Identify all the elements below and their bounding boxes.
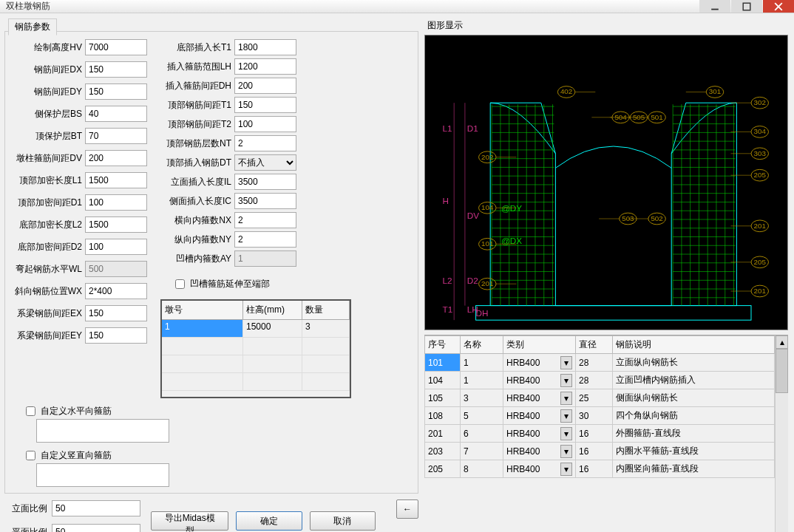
- chevron-down-icon[interactable]: ▾: [560, 445, 572, 458]
- param-input-0[interactable]: [85, 39, 147, 55]
- param-input-13[interactable]: [85, 327, 147, 344]
- chevron-down-icon[interactable]: ▾: [560, 427, 572, 440]
- table-scrollbar[interactable]: ▴ ▾: [775, 335, 788, 532]
- export-midas-button[interactable]: 导出Midas模型: [151, 511, 228, 531]
- param-input-9[interactable]: [85, 239, 147, 255]
- svg-rect-1: [743, 3, 750, 10]
- plan-scale-input[interactable]: [52, 524, 140, 532]
- param-label: 插入箍筋间距DH: [160, 80, 234, 92]
- chevron-down-icon[interactable]: ▾: [560, 356, 572, 369]
- window-title: 双柱墩钢筋: [6, 0, 699, 13]
- params-panel: 钢筋参数 绘制高度HV钢筋间距DX钢筋间距DY侧保护层BS顶保护层BT墩柱箍筋间…: [4, 31, 418, 494]
- chevron-down-icon[interactable]: ▾: [560, 409, 572, 423]
- graph-canvas[interactable]: L1D1 HDV L2D2 T1LHDH @DY@DX 402504505501…: [424, 35, 788, 330]
- chevron-down-icon[interactable]: ▾: [560, 374, 572, 387]
- param-input-r4[interactable]: [234, 116, 296, 132]
- param-input-r9[interactable]: [234, 212, 296, 228]
- pier-col-no: 墩号: [162, 301, 243, 319]
- param-label: 侧保护层BS: [11, 108, 85, 120]
- rebar-table[interactable]: 序号 名称 类别 直径 钢筋说明 1011HRB400▾28立面纵向钢筋长104…: [424, 335, 788, 532]
- tab-params[interactable]: 钢筋参数: [8, 18, 57, 35]
- param-input-10[interactable]: [85, 261, 147, 277]
- table-row[interactable]: 2016HRB400▾16外圈箍筋-直线段: [425, 425, 775, 443]
- table-row[interactable]: 1053HRB400▾25侧面纵向钢筋长: [425, 389, 775, 407]
- custom-v-label: 自定义竖直向箍筋: [41, 449, 112, 462]
- param-label: 钢筋间距DY: [11, 86, 85, 98]
- param-input-r10[interactable]: [234, 231, 296, 248]
- type-combo[interactable]: HRB400▾: [506, 409, 572, 423]
- groove-ext-checkbox[interactable]: [175, 279, 185, 289]
- param-input-1[interactable]: [85, 61, 147, 78]
- col-desc: 钢筋说明: [613, 336, 775, 354]
- param-input-4[interactable]: [85, 128, 147, 144]
- param-input-3[interactable]: [85, 106, 147, 122]
- param-input-12[interactable]: [85, 305, 147, 321]
- svg-text:205: 205: [754, 258, 767, 266]
- svg-rect-4: [476, 306, 751, 321]
- back-arrow-button[interactable]: ←: [396, 499, 418, 519]
- param-label: 绘制高度HV: [11, 41, 85, 54]
- custom-h-input[interactable]: [36, 419, 169, 443]
- param-input-r2[interactable]: [234, 78, 296, 94]
- svg-text:201: 201: [754, 287, 766, 295]
- svg-text:202: 202: [481, 153, 493, 161]
- svg-text:DV: DV: [467, 211, 479, 220]
- type-combo[interactable]: HRB400▾: [506, 463, 572, 476]
- type-combo[interactable]: HRB400▾: [506, 427, 572, 440]
- table-row[interactable]: 2037HRB400▾16内圈水平箍筋-直线段: [425, 443, 775, 460]
- close-button[interactable]: [763, 0, 794, 13]
- param-input-r0[interactable]: [234, 39, 296, 55]
- table-row[interactable]: 2058HRB400▾16内圈竖向箍筋-直线段: [425, 460, 775, 478]
- param-input-6[interactable]: [85, 172, 147, 188]
- param-label: 墩柱箍筋间距DV: [11, 152, 85, 165]
- param-label: 系梁钢筋间距EY: [11, 330, 85, 342]
- param-label: 横向内箍数NX: [160, 214, 234, 227]
- param-input-r1[interactable]: [234, 58, 296, 75]
- custom-h-checkbox[interactable]: [26, 406, 35, 416]
- param-select-6[interactable]: 不插入: [234, 154, 296, 171]
- param-input-r11[interactable]: [234, 250, 296, 267]
- maximize-button[interactable]: [731, 0, 762, 13]
- scroll-thumb[interactable]: [776, 349, 788, 393]
- param-input-r8[interactable]: [234, 193, 296, 209]
- type-combo[interactable]: HRB400▾: [506, 356, 572, 369]
- param-input-5[interactable]: [85, 150, 147, 166]
- svg-text:501: 501: [651, 113, 662, 121]
- custom-v-input[interactable]: [36, 463, 169, 487]
- param-label: 插入箍筋范围LH: [160, 61, 234, 73]
- param-input-8[interactable]: [85, 216, 147, 233]
- custom-v-checkbox[interactable]: [26, 451, 35, 460]
- chevron-down-icon[interactable]: ▾: [560, 392, 572, 405]
- ok-button[interactable]: 确定: [236, 511, 302, 531]
- param-input-r7[interactable]: [234, 174, 296, 190]
- minimize-button[interactable]: [699, 0, 730, 13]
- table-row[interactable]: 1085HRB400▾30四个角纵向钢筋: [425, 407, 775, 425]
- param-label: 顶部加密长度L1: [11, 174, 85, 187]
- table-row[interactable]: 1041HRB400▾28立面凹槽内钢筋插入: [425, 372, 775, 389]
- svg-text:502: 502: [651, 214, 662, 222]
- param-input-11[interactable]: [85, 283, 147, 299]
- param-input-2[interactable]: [85, 83, 147, 100]
- type-combo[interactable]: HRB400▾: [506, 445, 572, 458]
- param-input-r3[interactable]: [234, 97, 296, 113]
- chevron-down-icon[interactable]: ▾: [560, 463, 572, 476]
- elev-scale-input[interactable]: [52, 500, 140, 516]
- param-label: 系梁钢筋间距EX: [11, 307, 85, 320]
- custom-h-label: 自定义水平向箍筋: [41, 405, 112, 417]
- param-label: 顶部插入钢筋DT: [160, 157, 234, 169]
- param-input-7[interactable]: [85, 194, 147, 211]
- svg-text:303: 303: [754, 149, 767, 157]
- pier-cell[interactable]: 15000: [243, 320, 302, 337]
- pier-table[interactable]: 墩号 柱高(mm) 数量 1150003: [160, 299, 351, 398]
- svg-text:L2: L2: [443, 276, 452, 285]
- pier-cell[interactable]: 3: [302, 320, 350, 337]
- pier-cell[interactable]: 1: [162, 320, 243, 337]
- table-row[interactable]: 1011HRB400▾28立面纵向钢筋长: [425, 354, 775, 372]
- type-combo[interactable]: HRB400▾: [506, 374, 572, 387]
- param-label: 斜向钢筋位置WX: [11, 285, 85, 298]
- cancel-button[interactable]: 取消: [310, 511, 376, 531]
- param-input-r5[interactable]: [234, 135, 296, 151]
- scroll-up-icon[interactable]: ▴: [776, 335, 788, 349]
- type-combo[interactable]: HRB400▾: [506, 392, 572, 405]
- svg-text:DH: DH: [476, 308, 489, 318]
